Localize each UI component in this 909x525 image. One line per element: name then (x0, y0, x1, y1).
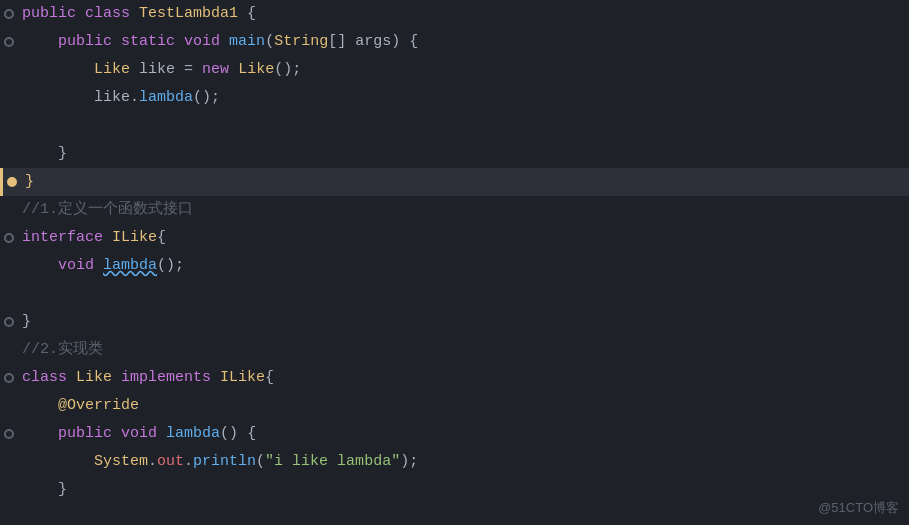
code-line-3: Like like = new Like(); (0, 56, 909, 84)
gutter-18 (0, 485, 18, 495)
code-line-10: void lambda(); (0, 252, 909, 280)
line-content-9: interface ILike{ (18, 226, 909, 250)
gutter-8 (0, 205, 18, 215)
line-content-3: Like like = new Like(); (18, 58, 909, 82)
line-content-16: public void lambda() { (18, 422, 909, 446)
gutter-icon-11 (4, 289, 14, 299)
line-content-15: @Override (18, 394, 909, 418)
code-line-1: public class TestLambda1 { (0, 0, 909, 28)
code-line-2: public static void main(String[] args) { (0, 28, 909, 56)
code-line-18: } (0, 476, 909, 504)
gutter-9 (0, 233, 18, 243)
gutter-15 (0, 401, 18, 411)
line-content-6: } (18, 142, 909, 166)
gutter-icon-9 (4, 233, 14, 243)
gutter-1 (0, 9, 18, 19)
code-line-13: //2.实现类 (0, 336, 909, 364)
gutter-13 (0, 345, 18, 355)
line-content-14: class Like implements ILike{ (18, 366, 909, 390)
watermark: @51CTO博客 (818, 499, 899, 517)
line-content-1: public class TestLambda1 { (18, 2, 909, 26)
gutter-icon-16 (4, 429, 14, 439)
code-line-15: @Override (0, 392, 909, 420)
code-line-7: } (0, 168, 909, 196)
line-content-18: } (18, 478, 909, 502)
gutter-3 (0, 65, 18, 75)
code-line-8: //1.定义一个函数式接口 (0, 196, 909, 224)
line-content-2: public static void main(String[] args) { (18, 30, 909, 54)
code-line-16: public void lambda() { (0, 420, 909, 448)
gutter-icon-8 (4, 205, 14, 215)
code-line-14: class Like implements ILike{ (0, 364, 909, 392)
gutter-icon-18 (4, 485, 14, 495)
gutter-icon-7 (7, 177, 17, 187)
line-content-8: //1.定义一个函数式接口 (18, 198, 909, 222)
gutter-7 (3, 177, 21, 187)
gutter-icon-3 (4, 65, 14, 75)
code-line-6: } (0, 140, 909, 168)
code-line-12: } (0, 308, 909, 336)
gutter-10 (0, 261, 18, 271)
gutter-icon-17 (4, 457, 14, 467)
line-content-7: } (21, 170, 909, 194)
code-line-5 (0, 112, 909, 140)
gutter-icon-10 (4, 261, 14, 271)
gutter-17 (0, 457, 18, 467)
line-content-10: void lambda(); (18, 254, 909, 278)
gutter-icon-15 (4, 401, 14, 411)
code-editor: public class TestLambda1 { public static… (0, 0, 909, 525)
gutter-icon-1 (4, 9, 14, 19)
gutter-icon-13 (4, 345, 14, 355)
line-content-12: } (18, 310, 909, 334)
gutter-6 (0, 149, 18, 159)
gutter-5 (0, 121, 18, 131)
gutter-icon-6 (4, 149, 14, 159)
line-content-13: //2.实现类 (18, 338, 909, 362)
code-line-17: System.out.println("i like lambda"); (0, 448, 909, 476)
gutter-11 (0, 289, 18, 299)
gutter-16 (0, 429, 18, 439)
gutter-icon-2 (4, 37, 14, 47)
line-content-17: System.out.println("i like lambda"); (18, 450, 909, 474)
code-line-4: like.lambda(); (0, 84, 909, 112)
gutter-icon-12 (4, 317, 14, 327)
gutter-2 (0, 37, 18, 47)
code-line-11 (0, 280, 909, 308)
line-content-4: like.lambda(); (18, 86, 909, 110)
code-line-9: interface ILike{ (0, 224, 909, 252)
gutter-12 (0, 317, 18, 327)
gutter-14 (0, 373, 18, 383)
gutter-icon-4 (4, 93, 14, 103)
gutter-4 (0, 93, 18, 103)
gutter-icon-5 (4, 121, 14, 131)
gutter-icon-14 (4, 373, 14, 383)
